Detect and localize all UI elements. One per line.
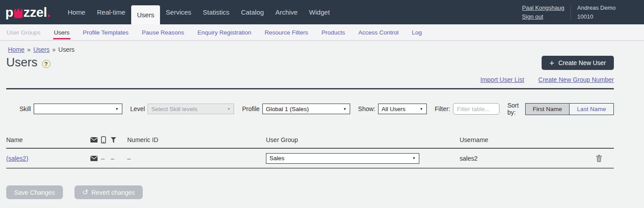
breadcrumb-current: Users	[59, 46, 75, 53]
topnav-item-catalog[interactable]: Catalog	[235, 0, 270, 24]
email-icon	[90, 156, 101, 161]
current-user-link[interactable]: Paal Kongshaug	[522, 4, 564, 12]
skill-filter-group: Skill ▼	[20, 104, 122, 114]
subnav-item-pause-reasons[interactable]: Pause Reasons	[135, 24, 191, 40]
profile-select[interactable]: Global 1 (Sales) ▼	[262, 104, 350, 114]
subnav-item-enquiry-registration[interactable]: Enquiry Registration	[191, 24, 258, 40]
skill-select[interactable]: ▼	[34, 104, 122, 114]
filter-icon[interactable]	[111, 137, 127, 143]
topnav-item-archive[interactable]: Archive	[269, 0, 303, 24]
page-title: Users ?	[6, 56, 51, 69]
header-numeric-id: Numeric ID	[127, 136, 266, 143]
header-name: Name	[6, 136, 90, 143]
logo-text-post: zzel	[23, 5, 47, 20]
section-divider	[6, 88, 614, 89]
delete-user-button[interactable]	[596, 154, 602, 162]
secondary-nav: User Groups Users Profile Templates Paus…	[0, 24, 644, 41]
email-icon	[90, 137, 101, 143]
topnav-item-real-time[interactable]: Real-time	[91, 0, 131, 24]
panel-divider	[570, 4, 571, 20]
user-name-link[interactable]: (sales2)	[6, 155, 28, 162]
header-user-group: User Group	[266, 136, 460, 143]
subnav-item-log[interactable]: Log	[405, 24, 429, 40]
sort-first-name-button[interactable]: First Name	[526, 104, 570, 115]
users-table-header: Name Numeric ID User Group Username	[6, 136, 614, 149]
filter-table-input[interactable]	[453, 103, 500, 115]
account-number: 10010	[577, 12, 616, 21]
title-row: Users ? + Create New User	[6, 56, 614, 70]
sort-by-group: Sort by: First Name Last Name	[507, 102, 614, 116]
skill-label: Skill	[20, 105, 31, 112]
chevron-down-icon: ▼	[420, 107, 423, 111]
filter-value: –	[111, 155, 127, 162]
puzzel-logo[interactable]: puzzel.	[5, 0, 51, 24]
profile-label: Profile	[242, 105, 260, 112]
import-user-list-link[interactable]: Import User List	[480, 76, 524, 83]
username-value: sales2	[460, 155, 477, 162]
subnav-item-user-groups[interactable]: User Groups	[0, 24, 47, 40]
filter-label: Filter:	[435, 105, 450, 112]
breadcrumb-separator: »	[27, 46, 31, 53]
breadcrumb-separator: »	[52, 46, 56, 53]
sign-out-link[interactable]: Sign out	[522, 12, 564, 21]
create-new-user-button[interactable]: + Create New User	[542, 56, 614, 70]
level-label: Level	[130, 105, 145, 112]
user-group-select[interactable]: Sales ▼	[266, 153, 419, 164]
sort-toggle: First Name Last Name	[525, 103, 614, 115]
chevron-down-icon: ▼	[115, 107, 119, 111]
level-select: Select Skill levels ▼	[148, 104, 234, 114]
chevron-down-icon: ▼	[412, 156, 416, 160]
sort-by-label: Sort by:	[507, 102, 523, 116]
topnav-item-users[interactable]: Users	[131, 5, 160, 24]
table-filter-group: Filter:	[435, 103, 500, 115]
topnav-items: Home Real-time Users Services Statistics…	[62, 0, 336, 24]
footer-actions: Save Changes ↺ Revert changes	[6, 185, 614, 199]
show-filter-group: Show: All Users ▼	[358, 104, 427, 114]
filter-toolbar: Skill ▼ Level Select Skill levels ▼ Prof…	[6, 102, 614, 116]
revert-changes-button[interactable]: ↺ Revert changes	[74, 185, 143, 199]
help-icon[interactable]: ?	[42, 60, 51, 68]
subnav-item-profile-templates[interactable]: Profile Templates	[76, 24, 135, 40]
show-label: Show:	[358, 105, 375, 112]
trash-icon	[596, 157, 602, 163]
logo-u-tile-icon: u	[14, 9, 23, 18]
level-filter-group: Level Select Skill levels ▼	[130, 104, 234, 114]
table-row: (sales2) – – – Sales ▼ sales2	[6, 149, 614, 169]
user-panel: Paal Kongshaug Sign out Andreas Demo 100…	[522, 0, 644, 24]
logo-text-pre: p	[5, 5, 13, 20]
mobile-icon	[101, 136, 111, 143]
breadcrumb-home-link[interactable]: Home	[8, 46, 24, 53]
action-links-row: Import User List Create New Group Number	[6, 76, 614, 83]
breadcrumb-users-link[interactable]: Users	[33, 46, 50, 53]
sort-last-name-button[interactable]: Last Name	[570, 104, 613, 115]
chevron-down-icon: ▼	[227, 107, 230, 111]
top-navbar: puzzel. Home Real-time Users Services St…	[0, 0, 644, 24]
account-info: Andreas Demo 10010	[577, 4, 616, 21]
breadcrumb: Home»Users»Users	[6, 46, 614, 53]
topnav-item-widget[interactable]: Widget	[303, 0, 336, 24]
revert-icon: ↺	[82, 189, 88, 196]
user-links: Paal Kongshaug Sign out	[522, 4, 564, 21]
topnav-item-home[interactable]: Home	[62, 0, 91, 24]
mobile-value: –	[101, 155, 111, 162]
save-changes-button[interactable]: Save Changes	[6, 185, 63, 199]
topnav-item-services[interactable]: Services	[160, 0, 197, 24]
subnav-item-resource-filters[interactable]: Resource Filters	[258, 24, 315, 40]
account-name: Andreas Demo	[577, 4, 616, 12]
main-content: Home»Users»Users Users ? + Create New Us…	[0, 46, 644, 199]
profile-filter-group: Profile Global 1 (Sales) ▼	[242, 104, 350, 114]
subnav-item-products[interactable]: Products	[315, 24, 351, 40]
topnav-item-statistics[interactable]: Statistics	[197, 0, 235, 24]
show-select[interactable]: All Users ▼	[378, 104, 427, 114]
subnav-item-users[interactable]: Users	[47, 24, 76, 40]
create-new-group-number-link[interactable]: Create New Group Number	[539, 76, 614, 83]
header-username: Username	[460, 136, 614, 143]
plus-icon: +	[550, 59, 554, 67]
subnav-item-access-control[interactable]: Access Control	[352, 24, 406, 40]
numeric-id-value: –	[127, 155, 266, 162]
logo-dot: .	[47, 5, 51, 20]
chevron-down-icon: ▼	[343, 107, 347, 111]
